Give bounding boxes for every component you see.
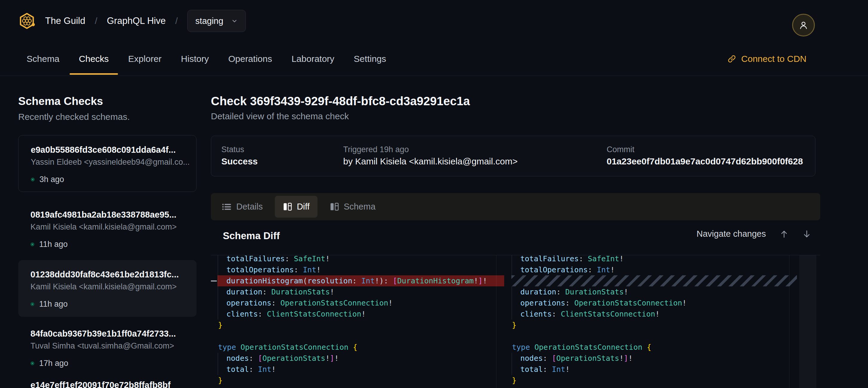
sidebar-subtitle: Recently checked schemas. bbox=[18, 112, 130, 122]
status-label: Status bbox=[221, 145, 244, 154]
check-list-item[interactable]: 84fa0cab9367b39e1b1ff0a74f2733... Tuval … bbox=[18, 319, 196, 376]
code-line: total: Int! bbox=[211, 364, 504, 375]
chevron-down-icon bbox=[231, 18, 238, 24]
page-subtitle: Detailed view of the schema check bbox=[211, 111, 349, 121]
user-avatar[interactable] bbox=[792, 14, 815, 36]
code-line: clients: ClientStatsConnection! bbox=[211, 308, 504, 320]
check-list-item[interactable]: e9a0b55886fd3ce608c091dda6a4f... Yassin … bbox=[18, 135, 196, 192]
diff-right-overview-ruler bbox=[789, 255, 789, 388]
code-line: } bbox=[508, 375, 797, 386]
tab-diff-label: Diff bbox=[297, 202, 310, 212]
code-line: } bbox=[211, 375, 504, 386]
code-line bbox=[508, 331, 797, 342]
check-list-item[interactable]: 0819afc4981ba2ab18e338788ae95... Kamil K… bbox=[18, 200, 196, 257]
environment-selector[interactable]: staging bbox=[187, 10, 246, 32]
check-status-dot bbox=[30, 302, 34, 306]
nav-tab-history[interactable]: History bbox=[181, 42, 209, 76]
schema-diff-heading: Schema Diff bbox=[223, 230, 280, 241]
nav-tab-laboratory[interactable]: Laboratory bbox=[291, 42, 334, 76]
check-time: 17h ago bbox=[39, 359, 68, 368]
nav-tab-explorer[interactable]: Explorer bbox=[128, 42, 162, 76]
nav-tab-operations[interactable]: Operations bbox=[228, 42, 272, 76]
code-line: totalOperations: Int! bbox=[211, 264, 504, 275]
breadcrumb-separator: / bbox=[95, 16, 97, 26]
tab-schema-label: Schema bbox=[344, 202, 375, 212]
diff-left-overview-ruler bbox=[496, 255, 496, 388]
diff-scrollbar[interactable] bbox=[799, 255, 816, 388]
code-line: totalFailures: SafeInt! bbox=[211, 255, 504, 264]
check-time: 11h ago bbox=[39, 240, 68, 249]
columns-icon bbox=[330, 202, 339, 212]
code-line: } bbox=[211, 320, 504, 331]
check-author: Kamil Kisiela <kamil.kisiela@gmail.com> bbox=[30, 282, 196, 292]
navigate-changes-label: Navigate changes bbox=[696, 229, 766, 239]
environment-selector-value: staging bbox=[195, 16, 223, 26]
breadcrumb: The Guild / GraphQL Hive / staging bbox=[18, 0, 246, 42]
check-author: Yassin Eldeeb <yassineldeeb94@gmail.co..… bbox=[31, 157, 196, 167]
triggered-label: Triggered 19h ago bbox=[343, 145, 409, 154]
check-hash: 84fa0cab9367b39e1b1ff0a74f2733... bbox=[30, 329, 196, 339]
arrow-down-icon bbox=[802, 229, 811, 239]
check-time: 3h ago bbox=[39, 175, 64, 184]
check-status-card: Status Success Triggered 19h ago by Kami… bbox=[211, 136, 815, 176]
tab-diff[interactable]: Diff bbox=[275, 196, 317, 218]
check-list-item-selected[interactable]: 01238ddd30faf8c43e61be2d1813fc... Kamil … bbox=[18, 260, 196, 317]
check-author: Kamil Kisiela <kamil.kisiela@gmail.com> bbox=[30, 222, 196, 232]
nav-tab-schema[interactable]: Schema bbox=[27, 42, 59, 76]
top-bar: The Guild / GraphQL Hive / staging bbox=[0, 0, 868, 42]
code-line: } bbox=[508, 320, 797, 331]
tab-details[interactable]: Details bbox=[214, 196, 271, 218]
code-line: total: Int! bbox=[508, 364, 797, 375]
navigate-previous-change-button[interactable] bbox=[780, 229, 788, 239]
triggered-by-value: by Kamil Kisiela <kamil.kisiela@gmail.co… bbox=[343, 156, 518, 167]
check-status-dot bbox=[30, 242, 34, 246]
check-hash: 01238ddd30faf8c43e61be2d1813fc... bbox=[30, 270, 196, 279]
code-line: totalFailures: SafeInt! bbox=[508, 255, 797, 264]
list-icon bbox=[222, 202, 232, 211]
code-line: totalOperations: Int! bbox=[508, 264, 797, 275]
person-icon bbox=[798, 20, 809, 30]
check-status-dot bbox=[31, 178, 35, 181]
breadcrumb-org[interactable]: The Guild bbox=[45, 16, 85, 26]
check-hash: e14e7eff1ef20091f70e72b8ffafb8bf bbox=[30, 380, 196, 388]
code-line: operations: OperationStatsConnection! bbox=[508, 297, 797, 308]
check-status-dot bbox=[30, 361, 34, 365]
status-value: Success bbox=[221, 156, 258, 167]
nav-tabs: Schema Checks Explorer History Operation… bbox=[27, 42, 386, 76]
diff-placeholder-line bbox=[508, 275, 797, 287]
code-line: duration: DurationStats! bbox=[211, 287, 504, 297]
tab-schema[interactable]: Schema bbox=[322, 196, 383, 218]
breadcrumb-separator: / bbox=[175, 16, 178, 26]
arrow-up-icon bbox=[780, 229, 788, 239]
diff-pane-before: totalFailures: SafeInt!totalOperations: … bbox=[211, 255, 504, 388]
connect-to-cdn-link[interactable]: Connect to CDN bbox=[727, 42, 806, 76]
tab-details-label: Details bbox=[236, 202, 263, 212]
nav-tab-settings[interactable]: Settings bbox=[354, 42, 386, 76]
project-nav: Schema Checks Explorer History Operation… bbox=[0, 42, 868, 76]
navigate-next-change-button[interactable] bbox=[802, 229, 811, 239]
code-line: type OperationStatsConnection { bbox=[508, 342, 797, 353]
removed-line-minus-marker bbox=[211, 280, 217, 281]
check-time: 11h ago bbox=[39, 300, 68, 309]
link-icon bbox=[727, 54, 737, 64]
sidebar-title: Schema Checks bbox=[18, 95, 103, 108]
code-line: nodes: [OperationStats!]! bbox=[508, 353, 797, 364]
code-line bbox=[211, 331, 504, 342]
diff-pane-after: totalFailures: SafeInt!totalOperations: … bbox=[508, 255, 797, 388]
diff-removed-line: durationHistogram(resolution: Int!): [Du… bbox=[211, 275, 504, 287]
nav-tab-checks[interactable]: Checks bbox=[79, 42, 109, 76]
check-list-item[interactable]: e14e7eff1ef20091f70e72b8ffafb8bf bbox=[18, 371, 196, 388]
commit-hash-value: 01a23ee0f7db01a9e7ac0d0747d62bb900f0f628 bbox=[607, 156, 803, 167]
navigate-changes: Navigate changes bbox=[696, 229, 811, 239]
hive-logo-icon bbox=[18, 12, 35, 30]
code-line: clients: ClientStatsConnection! bbox=[508, 308, 797, 320]
code-line: type OperationStatsConnection { bbox=[211, 342, 504, 353]
code-line: duration: DurationStats! bbox=[508, 287, 797, 297]
columns-icon bbox=[283, 202, 292, 212]
check-hash: 0819afc4981ba2ab18e338788ae95... bbox=[30, 210, 196, 220]
commit-label: Commit bbox=[607, 145, 634, 154]
code-line: operations: OperationStatsConnection! bbox=[211, 297, 504, 308]
page-title: Check 369f3439-929f-48df-bfc8-cd3a9291ec… bbox=[211, 94, 470, 108]
breadcrumb-project[interactable]: GraphQL Hive bbox=[107, 16, 166, 26]
check-author: Tuval Simha <tuval.simha@Gmail.com> bbox=[30, 341, 196, 351]
